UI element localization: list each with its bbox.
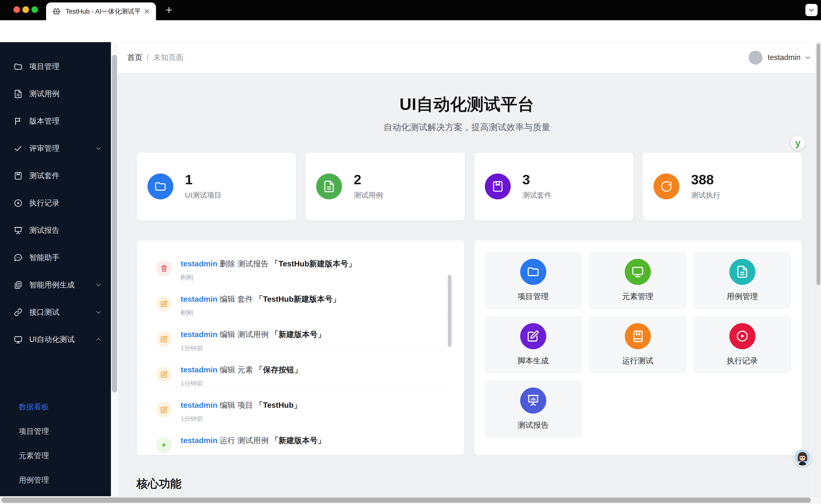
x-icon[interactable] (143, 8, 150, 15)
user-name: testadmin (768, 53, 801, 62)
activity-icon-bubble (156, 402, 172, 417)
stat-card[interactable]: 388 测试执行 (643, 152, 802, 221)
quick-action-tile[interactable]: 运行测试 (589, 316, 687, 373)
tab-title: TestHub - AI一体化测试平台 (66, 7, 140, 16)
sidebar-item-label: 接口测试 (29, 307, 59, 317)
breadcrumb-home[interactable]: 首页 (127, 52, 142, 63)
activity-user[interactable]: testadmin (181, 330, 217, 339)
vertical-scrollbar-thumb[interactable] (817, 43, 820, 285)
sidebar-subitem[interactable]: 数据看板 (0, 395, 111, 419)
chevron-down-icon (95, 309, 102, 315)
activity-action: 运行 测试用例 (217, 436, 271, 445)
sidebar-item-label: 测试套件 (29, 171, 59, 181)
stat-label: 测试执行 (691, 190, 720, 200)
sidebar-subitem[interactable]: 用例管理 (0, 468, 111, 492)
browser-tab[interactable]: TestHub - AI一体化测试平台 (46, 2, 156, 20)
quick-action-icon-bubble (625, 259, 651, 285)
stat-label: 测试套件 (522, 190, 552, 200)
sidebar-item-label: UI自动化测试 (29, 334, 75, 345)
stat-value: 3 (522, 173, 552, 187)
tab-search-button[interactable] (805, 4, 818, 16)
activity-row[interactable]: testadmin 编辑 元素 「保存按钮」 1分钟前 (156, 352, 450, 387)
folder-icon (527, 265, 540, 278)
chevron-up-icon (95, 336, 102, 343)
sidebar-scrollbar-thumb[interactable] (112, 55, 117, 392)
play-circle-icon (14, 199, 23, 208)
quick-action-icon-bubble (520, 259, 546, 285)
play-icon (160, 441, 168, 449)
page-vertical-scrollbar[interactable] (816, 42, 821, 496)
traffic-light-minimize[interactable] (22, 6, 29, 13)
activity-user[interactable]: testadmin (181, 401, 217, 409)
quick-action-tile[interactable]: 执行记录 (693, 316, 791, 373)
sidebar-subitem[interactable]: 脚本生成 (0, 492, 111, 496)
sidebar-item[interactable]: 测试报告 (0, 217, 111, 244)
sidebar-item-label: 测试用例 (29, 89, 59, 99)
activity-user[interactable]: testadmin (181, 259, 217, 268)
stat-card[interactable]: 1 UI测试项目 (137, 152, 296, 221)
activity-time: 1分钟前 (181, 344, 325, 352)
sidebar-item[interactable]: 版本管理 (0, 107, 111, 135)
activity-target: 「新建版本号」 (271, 330, 325, 339)
quick-action-tile[interactable]: 元素管理 (589, 252, 687, 309)
sidebar-item[interactable]: 智能用例生成 (0, 271, 111, 299)
sidebar-item[interactable]: 评审管理 (0, 135, 111, 162)
stat-label: 测试用例 (354, 190, 383, 200)
activity-row[interactable]: testadmin 删除 测试报告 「TestHub新建版本号」 刚刚 (156, 246, 450, 281)
activity-scrollbar-thumb[interactable] (448, 275, 451, 347)
quick-action-label: 元素管理 (622, 291, 653, 302)
quick-action-tile[interactable]: 项目管理 (484, 252, 582, 309)
sidebar-item[interactable]: UI自动化测试 (0, 326, 111, 353)
stat-card[interactable]: 3 测试套件 (474, 152, 634, 221)
stat-icon-bubble (147, 174, 173, 199)
browser-toolbar: testhub.iepose.cn/ui-automation/dashboar… (0, 20, 821, 42)
plus-icon[interactable] (164, 5, 174, 15)
horizontal-scrollbar-thumb[interactable] (1, 497, 811, 503)
sidebar-item[interactable]: 接口测试 (0, 299, 111, 326)
chevron-down-icon (804, 54, 811, 61)
girl-avatar-illustration (794, 449, 811, 465)
traffic-light-zoom[interactable] (31, 6, 38, 13)
quick-action-tile[interactable]: 测试报告 (484, 380, 582, 438)
quick-action-tile[interactable]: 用例管理 (693, 252, 791, 309)
activity-row[interactable]: testadmin 编辑 项目 「TestHub」 1分钟前 (156, 387, 450, 423)
activity-row[interactable]: testadmin 编辑 测试用例 「新建版本号」 1分钟前 (156, 317, 450, 352)
quick-action-icon-bubble (729, 323, 755, 349)
activity-user[interactable]: testadmin (181, 365, 217, 374)
chevron-down-icon (95, 282, 102, 288)
stat-cards: 1 UI测试项目 2 测试用例 3 测试套件 (137, 152, 802, 221)
quick-action-label: 项目管理 (518, 291, 549, 302)
activity-user[interactable]: testadmin (181, 436, 217, 445)
link-icon (14, 308, 23, 317)
sidebar-subitem[interactable]: 元素管理 (0, 444, 111, 468)
assistant-avatar[interactable] (794, 449, 811, 466)
sidebar-subitem-label: 元素管理 (19, 451, 49, 461)
file-text-icon (736, 265, 749, 278)
sidebar-scrollbar[interactable] (111, 42, 118, 496)
sidebar-item[interactable]: 测试套件 (0, 162, 111, 189)
sidebar-subitem-label: 数据看板 (19, 402, 49, 412)
activity-action: 编辑 套件 (217, 295, 255, 303)
page-horizontal-scrollbar[interactable] (0, 496, 821, 504)
quick-action-tile[interactable]: 脚本生成 (484, 316, 582, 373)
activity-time: 1分钟前 (181, 379, 302, 388)
sidebar-subitem[interactable]: 项目管理 (0, 419, 111, 444)
activity-action: 编辑 项目 (217, 401, 255, 409)
sidebar-item[interactable]: 执行记录 (0, 189, 111, 217)
sidebar-subitem-label: 项目管理 (19, 426, 49, 436)
stat-card[interactable]: 2 测试用例 (305, 152, 465, 221)
sidebar-item[interactable]: 项目管理 (0, 53, 111, 80)
sidebar-item-label: 版本管理 (29, 116, 59, 126)
activity-row[interactable]: testadmin 编辑 套件 「TestHub新建版本号」 刚刚 (156, 281, 450, 317)
traffic-light-close[interactable] (13, 6, 20, 13)
activity-row[interactable]: testadmin 运行 测试用例 「新建版本号」 (156, 423, 450, 455)
copy-icon (14, 281, 23, 290)
quick-action-label: 运行测试 (622, 356, 653, 366)
sidebar-item[interactable]: 测试用例 (0, 80, 111, 107)
file-text-icon (14, 89, 23, 98)
refresh-icon (660, 180, 673, 193)
activity-user[interactable]: testadmin (181, 295, 217, 303)
y-floating-badge[interactable]: y (791, 136, 805, 150)
user-menu[interactable]: testadmin (749, 51, 811, 65)
sidebar-item[interactable]: 智能助手 (0, 244, 111, 271)
